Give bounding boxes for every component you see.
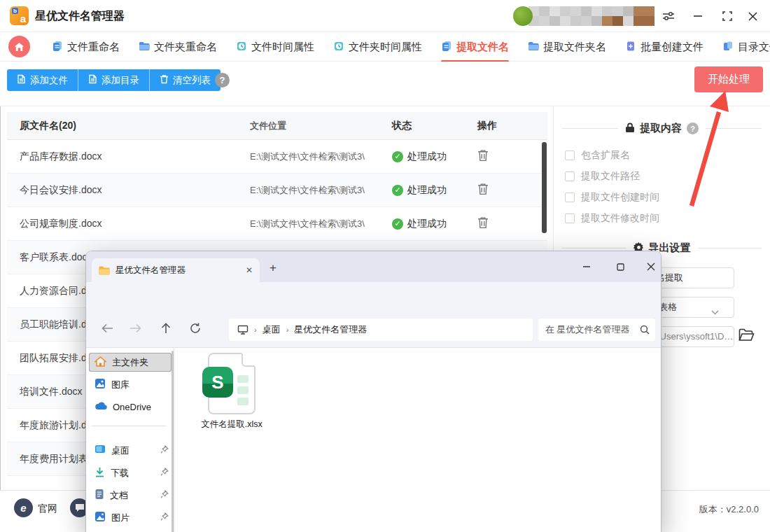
tab-文件重命名[interactable]: 文件重命名: [52, 32, 120, 62]
pin-icon: [160, 490, 169, 500]
close-button[interactable]: [745, 8, 760, 24]
app-window: ba 星优文件名管理器 文件重命名文件夹重命名文件时间属性文件夹时间属性提取文件…: [0, 0, 770, 532]
sidebar-item-图片[interactable]: 图片: [89, 508, 172, 527]
start-process-button[interactable]: 开始处理: [694, 66, 763, 92]
browse-folder-icon[interactable]: [738, 328, 755, 344]
tab-文件时间属性[interactable]: 文件时间属性: [236, 32, 314, 62]
explorer-search-input[interactable]: 在 星优文件名管理器: [538, 318, 655, 341]
tab-提取文件夹名[interactable]: 提取文件夹名: [528, 32, 606, 62]
cell-operation: [475, 149, 547, 164]
cell-original-name: 今日会议安排.docx: [7, 184, 250, 197]
toolbar-button-添加文件[interactable]: 添加文件: [7, 69, 78, 91]
tab-批量创建文件[interactable]: 批量创建文件: [625, 32, 704, 62]
explorer-minimize-button[interactable]: [576, 258, 597, 275]
toolbar-button-添加目录[interactable]: 添加目录: [78, 69, 150, 91]
breadcrumb-folder[interactable]: 星优文件名管理器: [294, 323, 367, 336]
tab-文件夹时间属性[interactable]: 文件夹时间属性: [333, 32, 422, 62]
official-site-icon[interactable]: e: [14, 498, 33, 517]
documents-icon: [94, 489, 104, 502]
breadcrumb-chevron: ›: [286, 326, 289, 334]
tab-提取文件名[interactable]: 提取文件名: [441, 32, 509, 62]
checkbox-unchecked[interactable]: [565, 150, 575, 160]
official-site-label[interactable]: 官网: [38, 503, 57, 515]
table-scrollbar[interactable]: [542, 142, 547, 233]
sidebar-label: 图库: [111, 379, 130, 391]
tab-文件夹重命名[interactable]: 文件夹重命名: [139, 32, 217, 62]
file-icon: [88, 74, 97, 86]
lock-icon: [625, 122, 635, 135]
option-提取文件修改时间[interactable]: 提取文件修改时间: [565, 208, 770, 229]
home-button[interactable]: [8, 36, 30, 57]
clock-icon: [236, 41, 247, 54]
explorer-tab-title: 星优文件名管理器: [115, 265, 186, 276]
tab-close-icon[interactable]: ✕: [246, 265, 253, 275]
cell-file-location: E:\测试文件\文件检索\测试3\: [250, 150, 392, 163]
feature-tab-bar: 文件重命名文件夹重命名文件时间属性文件夹时间属性提取文件名提取文件夹名批量创建文…: [0, 32, 770, 62]
table-row: 公司规章制度.docxE:\测试文件\文件检索\测试3\✓处理成功: [7, 207, 547, 241]
explorer-tab[interactable]: 星优文件名管理器 ✕: [92, 258, 260, 282]
xlsx-file-tile[interactable]: S 文件名提取.xlsx: [198, 353, 265, 430]
action-toolbar: 添加文件添加目录清空列表 ? 开始处理: [0, 62, 770, 106]
explorer-close-button[interactable]: [640, 258, 662, 275]
minimize-button[interactable]: [690, 8, 706, 24]
address-bar[interactable]: › 桌面 › 星优文件名管理器: [229, 318, 533, 341]
button-label: 添加目录: [102, 74, 139, 87]
table-row: 产品库存数据.docxE:\测试文件\文件检索\测试3\✓处理成功: [7, 140, 547, 174]
account-area[interactable]: [513, 6, 654, 26]
sidebar-divider: [92, 426, 166, 426]
cell-file-location: E:\测试文件\文件检索\测试3\: [250, 218, 392, 230]
back-icon[interactable]: [100, 321, 114, 335]
toolbar-button-清空列表[interactable]: 清空列表: [150, 69, 220, 91]
checkbox-unchecked[interactable]: [565, 192, 575, 202]
avatar[interactable]: [513, 6, 533, 26]
xlsx-file-icon: S: [208, 353, 255, 414]
sidebar-item-主文件夹[interactable]: 主文件夹: [89, 353, 172, 372]
success-check-icon: ✓: [392, 218, 403, 230]
forward-icon: [128, 321, 142, 335]
checkbox-unchecked[interactable]: [565, 172, 575, 181]
delete-row-icon[interactable]: [477, 186, 489, 197]
table-row: 今日会议安排.docxE:\测试文件\文件检索\测试3\✓处理成功: [7, 174, 547, 207]
sidebar-label: 下载: [111, 467, 129, 479]
sidebar-item-下载[interactable]: 下载: [89, 463, 172, 482]
up-icon[interactable]: [159, 321, 173, 335]
explorer-maximize-button[interactable]: [610, 258, 631, 275]
delete-row-icon[interactable]: [477, 220, 489, 231]
sidebar-label: 桌面: [111, 444, 130, 457]
sidebar-label: 图片: [111, 512, 130, 524]
explorer-tab-strip: 星优文件名管理器 ✕ +: [86, 251, 661, 282]
option-label: 提取文件修改时间: [581, 212, 659, 225]
checkbox-unchecked[interactable]: [565, 214, 575, 223]
cell-original-name: 公司规章制度.docx: [7, 218, 250, 230]
sidebar-item-桌面[interactable]: 桌面: [89, 441, 172, 460]
option-包含扩展名[interactable]: 包含扩展名: [565, 145, 770, 166]
maximize-button[interactable]: [720, 8, 735, 24]
new-tab-button[interactable]: +: [270, 261, 276, 275]
option-提取文件路径[interactable]: 提取文件路径: [565, 166, 770, 187]
sidebar-item-OneDrive[interactable]: OneDrive: [89, 398, 172, 416]
doc-icon: [441, 41, 452, 54]
breadcrumb-desktop[interactable]: 桌面: [262, 323, 281, 336]
extract-help-icon[interactable]: ?: [687, 122, 699, 134]
tab-目录文件合并/提取[interactable]: 目录文件合并/提取: [722, 32, 770, 62]
sidebar-label: 文档: [110, 489, 128, 502]
pin-icon: [160, 468, 169, 478]
cell-original-name: 产品库存数据.docx: [7, 150, 250, 163]
expand-chevron-icon[interactable]: [85, 403, 86, 412]
download-icon: [94, 467, 105, 479]
refresh-icon[interactable]: [188, 321, 202, 335]
settings-sliders-icon[interactable]: [661, 8, 676, 24]
pin-icon: [160, 445, 169, 456]
tab-label: 文件夹时间属性: [349, 41, 422, 54]
delete-row-icon[interactable]: [477, 153, 489, 164]
status-text: 处理成功: [407, 150, 447, 163]
help-icon[interactable]: ?: [215, 73, 230, 88]
option-label: 包含扩展名: [581, 149, 630, 162]
option-提取文件创建时间[interactable]: 提取文件创建时间: [565, 187, 770, 208]
sidebar-item-文档[interactable]: 文档: [89, 486, 172, 505]
sidebar-scrollbar[interactable]: [172, 351, 174, 532]
tab-label: 提取文件名: [456, 41, 509, 54]
option-label: 提取文件创建时间: [581, 191, 659, 204]
xlsx-file-label: 文件名提取.xlsx: [198, 419, 265, 430]
sidebar-item-图库[interactable]: 图库: [89, 375, 172, 394]
